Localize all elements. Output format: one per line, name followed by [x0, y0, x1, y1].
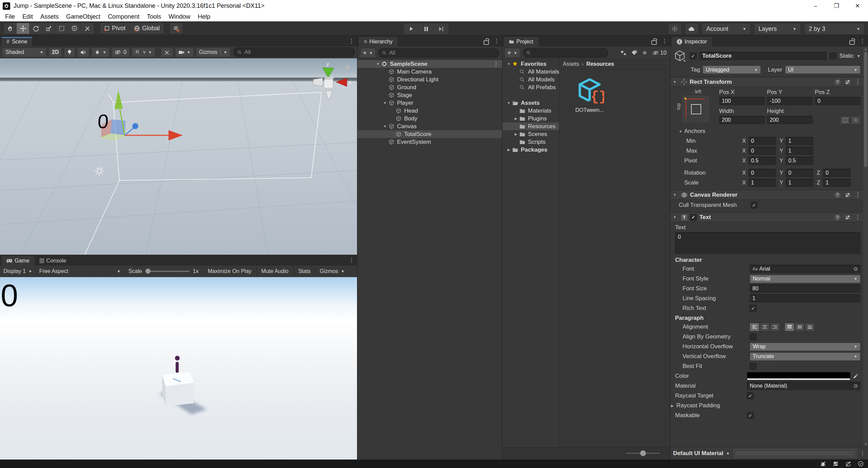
foldout-icon[interactable]: ▼: [673, 80, 678, 84]
hierarchy-item-totalscore[interactable]: TotalScore: [357, 130, 502, 138]
refresh-disabled-icon[interactable]: [842, 460, 853, 468]
project-folder-materials[interactable]: Materials: [502, 107, 559, 115]
collab-disabled-icon[interactable]: [830, 460, 841, 468]
game-menu-icon[interactable]: ⋮: [349, 257, 354, 263]
cull-transparent-mesh-checkbox[interactable]: ✓: [751, 202, 757, 209]
move-tool-button[interactable]: [17, 23, 29, 34]
align-top-button[interactable]: [785, 323, 794, 331]
project-folder-assets[interactable]: ▼Assets: [502, 99, 559, 107]
menu-gameobject[interactable]: GameObject: [62, 13, 104, 20]
scroll-up-icon[interactable]: ▲: [864, 47, 867, 51]
project-menu-icon[interactable]: ⋮: [662, 38, 667, 44]
canvas-renderer-header[interactable]: ▼ Canvas Renderer ? ⋮: [670, 190, 863, 200]
game-viewport[interactable]: 0: [0, 277, 357, 460]
project-folder-plugins[interactable]: ▶Plugins: [502, 115, 559, 122]
scene-grid-dropdown[interactable]: Y ▼: [132, 47, 155, 57]
align-right-button[interactable]: [770, 323, 780, 331]
lock-icon[interactable]: [849, 40, 855, 45]
gameobject-active-checkbox[interactable]: ✓: [690, 53, 696, 59]
align-center-button[interactable]: [760, 323, 770, 331]
project-folder-favorites[interactable]: ▼Favorites: [502, 60, 559, 68]
anchor-min-x-field[interactable]: 0: [748, 137, 776, 145]
pos-z-field[interactable]: 0: [815, 97, 861, 105]
scrollbar-thumb[interactable]: [864, 52, 867, 167]
play-button[interactable]: [404, 23, 419, 34]
rotate-tool-button[interactable]: [29, 23, 42, 34]
scene-viewport[interactable]: y x 0: [0, 58, 357, 255]
object-picker-icon[interactable]: ⊙: [853, 266, 858, 272]
close-button[interactable]: ✕: [847, 0, 868, 12]
scale-x-field[interactable]: 1: [748, 179, 776, 187]
scene-gizmos-dropdown[interactable]: Gizmos |▼: [196, 47, 231, 57]
pos-y-field[interactable]: -100: [767, 97, 813, 105]
asset-zoom-slider[interactable]: [626, 453, 660, 454]
rotation-y-field[interactable]: 0: [786, 169, 813, 177]
stats-button[interactable]: Stats: [294, 266, 315, 277]
width-field[interactable]: 200: [719, 116, 765, 124]
anchors-foldout-row[interactable]: ▼ Anchors: [679, 127, 861, 136]
hand-tool-button[interactable]: [4, 23, 17, 34]
breadcrumb-parent[interactable]: Assets: [563, 61, 579, 67]
expander-icon[interactable]: ▼: [505, 101, 512, 105]
rect-transform-header[interactable]: ▼ Rect Transform ? ⋮: [670, 77, 863, 87]
hierarchy-item-eventsystem[interactable]: EventSystem: [357, 138, 502, 146]
component-menu-icon[interactable]: ⋮: [855, 214, 861, 220]
font-object-field[interactable]: Aa Arial ⊙: [750, 265, 861, 273]
scene-lighting-button[interactable]: [64, 47, 75, 57]
asset-zoom-handle[interactable]: [640, 450, 646, 456]
align-left-button[interactable]: [750, 323, 760, 331]
hierarchy-item-stage[interactable]: Stage: [357, 91, 502, 99]
hierarchy-menu-icon[interactable]: ⋮: [494, 38, 499, 44]
tab-hierarchy[interactable]: ≡ Hierarchy: [359, 37, 398, 46]
pivot-toggle-button[interactable]: Pivot: [100, 23, 130, 34]
scene-menu-icon[interactable]: ⋮: [349, 38, 354, 44]
static-checkbox[interactable]: [830, 53, 836, 59]
hierarchy-item-player[interactable]: ▼Player: [357, 99, 502, 107]
text-component-header[interactable]: ▼ T ✓ Text ? ⋮: [670, 212, 863, 222]
scale-y-field[interactable]: 1: [786, 179, 813, 187]
component-menu-icon[interactable]: ⋮: [855, 192, 861, 198]
material-preview-menu-icon[interactable]: ⋮: [860, 450, 865, 456]
cloud-icon[interactable]: [685, 23, 698, 34]
rich-text-checkbox[interactable]: ✓: [750, 305, 756, 312]
anchor-preset-box[interactable]: [683, 96, 709, 122]
text-color-swatch[interactable]: [747, 372, 850, 380]
rotation-z-field[interactable]: 0: [823, 169, 851, 177]
text-value-area[interactable]: 0: [675, 232, 861, 254]
scroll-down-icon[interactable]: ▼: [864, 443, 867, 446]
pivot-x-field[interactable]: 0.5: [748, 157, 776, 165]
hierarchy-item-main-camera[interactable]: Main Camera: [357, 68, 502, 76]
scale-tool-button[interactable]: [42, 23, 55, 34]
align-middle-button[interactable]: [795, 323, 805, 331]
maskable-checkbox[interactable]: ✓: [747, 412, 754, 419]
maximize-button[interactable]: ❐: [826, 0, 847, 12]
scene-search[interactable]: [234, 47, 355, 57]
presets-icon[interactable]: [845, 193, 850, 197]
game-gizmos-dropdown[interactable]: Gizmos▼: [316, 266, 349, 277]
project-folder-all-prefabs[interactable]: All Prefabs: [502, 83, 559, 91]
lock-icon[interactable]: [651, 40, 657, 45]
create-asset-button[interactable]: + ▼: [505, 48, 520, 58]
line-spacing-field[interactable]: 1: [750, 294, 861, 303]
mute-audio-button[interactable]: Mute Audio: [257, 266, 293, 277]
foldout-icon[interactable]: ▼: [673, 193, 678, 197]
project-folder-all-models[interactable]: All Models: [502, 76, 559, 83]
scale-z-field[interactable]: 1: [823, 179, 851, 187]
hierarchy-item-ground[interactable]: Ground: [357, 83, 502, 91]
menu-edit[interactable]: Edit: [19, 13, 37, 20]
expander-icon[interactable]: ▼: [381, 124, 389, 128]
expander-icon[interactable]: ▶: [505, 148, 512, 152]
hierarchy-search[interactable]: [378, 48, 499, 58]
hierarchy-item-head[interactable]: Head: [357, 107, 502, 115]
presets-icon[interactable]: [845, 80, 850, 84]
gameobject-name-field[interactable]: TotalScore: [699, 52, 827, 60]
menu-tools[interactable]: Tools: [143, 13, 165, 20]
transform-tool-button[interactable]: [68, 23, 81, 34]
static-dropdown-icon[interactable]: ▼: [857, 54, 861, 58]
maximize-on-play-button[interactable]: Maximize On Play: [203, 266, 256, 277]
display-dropdown[interactable]: Display 1▼: [0, 266, 36, 277]
chevron-down-icon[interactable]: ▼: [726, 451, 730, 455]
menu-window[interactable]: Window: [165, 13, 194, 20]
height-field[interactable]: 200: [767, 116, 813, 124]
shading-mode-dropdown[interactable]: Shaded▼: [2, 47, 47, 57]
